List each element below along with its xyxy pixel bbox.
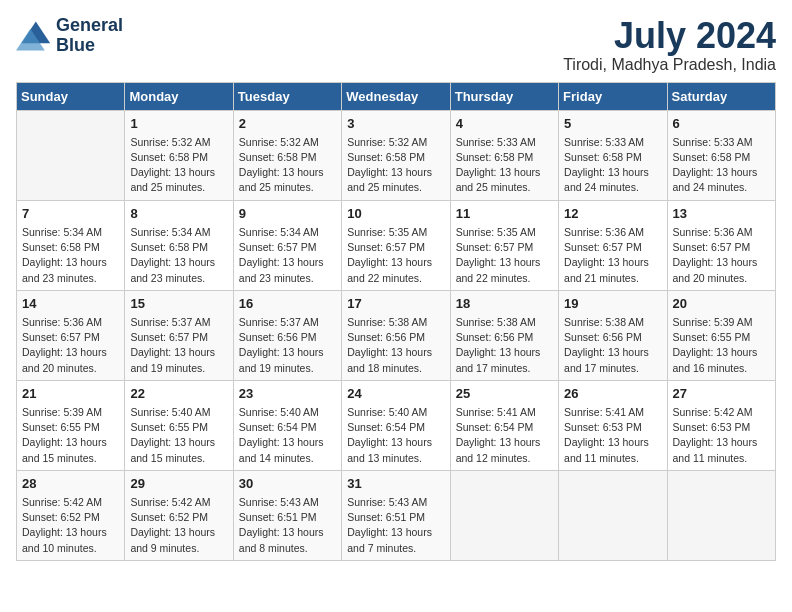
day-info: Sunrise: 5:37 AM Sunset: 6:56 PM Dayligh… — [239, 315, 336, 376]
day-info: Sunrise: 5:33 AM Sunset: 6:58 PM Dayligh… — [456, 135, 553, 196]
day-number: 28 — [22, 475, 119, 493]
calendar-cell: 8Sunrise: 5:34 AM Sunset: 6:58 PM Daylig… — [125, 200, 233, 290]
calendar-cell: 6Sunrise: 5:33 AM Sunset: 6:58 PM Daylig… — [667, 110, 775, 200]
header-cell-wednesday: Wednesday — [342, 82, 450, 110]
calendar-cell — [450, 470, 558, 560]
calendar-week-5: 28Sunrise: 5:42 AM Sunset: 6:52 PM Dayli… — [17, 470, 776, 560]
day-info: Sunrise: 5:40 AM Sunset: 6:54 PM Dayligh… — [347, 405, 444, 466]
calendar-cell: 16Sunrise: 5:37 AM Sunset: 6:56 PM Dayli… — [233, 290, 341, 380]
calendar-cell — [559, 470, 667, 560]
logo-text: General Blue — [56, 16, 123, 56]
header-cell-thursday: Thursday — [450, 82, 558, 110]
calendar-cell: 24Sunrise: 5:40 AM Sunset: 6:54 PM Dayli… — [342, 380, 450, 470]
header-row: SundayMondayTuesdayWednesdayThursdayFrid… — [17, 82, 776, 110]
day-info: Sunrise: 5:37 AM Sunset: 6:57 PM Dayligh… — [130, 315, 227, 376]
header-cell-tuesday: Tuesday — [233, 82, 341, 110]
day-info: Sunrise: 5:34 AM Sunset: 6:57 PM Dayligh… — [239, 225, 336, 286]
day-number: 15 — [130, 295, 227, 313]
day-info: Sunrise: 5:38 AM Sunset: 6:56 PM Dayligh… — [456, 315, 553, 376]
day-info: Sunrise: 5:39 AM Sunset: 6:55 PM Dayligh… — [673, 315, 770, 376]
day-info: Sunrise: 5:41 AM Sunset: 6:53 PM Dayligh… — [564, 405, 661, 466]
calendar-cell: 18Sunrise: 5:38 AM Sunset: 6:56 PM Dayli… — [450, 290, 558, 380]
day-number: 23 — [239, 385, 336, 403]
calendar-table: SundayMondayTuesdayWednesdayThursdayFrid… — [16, 82, 776, 561]
calendar-cell: 21Sunrise: 5:39 AM Sunset: 6:55 PM Dayli… — [17, 380, 125, 470]
calendar-cell: 22Sunrise: 5:40 AM Sunset: 6:55 PM Dayli… — [125, 380, 233, 470]
day-number: 10 — [347, 205, 444, 223]
day-number: 13 — [673, 205, 770, 223]
calendar-cell: 12Sunrise: 5:36 AM Sunset: 6:57 PM Dayli… — [559, 200, 667, 290]
day-info: Sunrise: 5:36 AM Sunset: 6:57 PM Dayligh… — [22, 315, 119, 376]
day-number: 11 — [456, 205, 553, 223]
day-number: 24 — [347, 385, 444, 403]
header-cell-monday: Monday — [125, 82, 233, 110]
calendar-cell: 20Sunrise: 5:39 AM Sunset: 6:55 PM Dayli… — [667, 290, 775, 380]
calendar-cell — [17, 110, 125, 200]
day-number: 12 — [564, 205, 661, 223]
calendar-cell: 14Sunrise: 5:36 AM Sunset: 6:57 PM Dayli… — [17, 290, 125, 380]
day-number: 30 — [239, 475, 336, 493]
logo-icon — [16, 18, 52, 54]
day-number: 21 — [22, 385, 119, 403]
day-number: 26 — [564, 385, 661, 403]
calendar-week-4: 21Sunrise: 5:39 AM Sunset: 6:55 PM Dayli… — [17, 380, 776, 470]
calendar-title: July 2024 — [563, 16, 776, 56]
day-info: Sunrise: 5:35 AM Sunset: 6:57 PM Dayligh… — [347, 225, 444, 286]
day-info: Sunrise: 5:34 AM Sunset: 6:58 PM Dayligh… — [22, 225, 119, 286]
calendar-cell: 31Sunrise: 5:43 AM Sunset: 6:51 PM Dayli… — [342, 470, 450, 560]
day-info: Sunrise: 5:43 AM Sunset: 6:51 PM Dayligh… — [239, 495, 336, 556]
day-info: Sunrise: 5:33 AM Sunset: 6:58 PM Dayligh… — [564, 135, 661, 196]
calendar-cell: 19Sunrise: 5:38 AM Sunset: 6:56 PM Dayli… — [559, 290, 667, 380]
calendar-cell: 9Sunrise: 5:34 AM Sunset: 6:57 PM Daylig… — [233, 200, 341, 290]
calendar-week-2: 7Sunrise: 5:34 AM Sunset: 6:58 PM Daylig… — [17, 200, 776, 290]
calendar-week-3: 14Sunrise: 5:36 AM Sunset: 6:57 PM Dayli… — [17, 290, 776, 380]
day-info: Sunrise: 5:40 AM Sunset: 6:55 PM Dayligh… — [130, 405, 227, 466]
calendar-cell: 27Sunrise: 5:42 AM Sunset: 6:53 PM Dayli… — [667, 380, 775, 470]
page-header: General Blue July 2024 Tirodi, Madhya Pr… — [16, 16, 776, 74]
calendar-cell: 17Sunrise: 5:38 AM Sunset: 6:56 PM Dayli… — [342, 290, 450, 380]
calendar-cell: 28Sunrise: 5:42 AM Sunset: 6:52 PM Dayli… — [17, 470, 125, 560]
day-info: Sunrise: 5:32 AM Sunset: 6:58 PM Dayligh… — [239, 135, 336, 196]
day-number: 5 — [564, 115, 661, 133]
title-block: July 2024 Tirodi, Madhya Pradesh, India — [563, 16, 776, 74]
day-info: Sunrise: 5:43 AM Sunset: 6:51 PM Dayligh… — [347, 495, 444, 556]
day-number: 19 — [564, 295, 661, 313]
calendar-cell: 3Sunrise: 5:32 AM Sunset: 6:58 PM Daylig… — [342, 110, 450, 200]
logo: General Blue — [16, 16, 123, 56]
day-info: Sunrise: 5:42 AM Sunset: 6:52 PM Dayligh… — [22, 495, 119, 556]
day-number: 8 — [130, 205, 227, 223]
day-info: Sunrise: 5:38 AM Sunset: 6:56 PM Dayligh… — [347, 315, 444, 376]
day-number: 2 — [239, 115, 336, 133]
calendar-cell: 13Sunrise: 5:36 AM Sunset: 6:57 PM Dayli… — [667, 200, 775, 290]
day-info: Sunrise: 5:39 AM Sunset: 6:55 PM Dayligh… — [22, 405, 119, 466]
day-number: 6 — [673, 115, 770, 133]
day-number: 22 — [130, 385, 227, 403]
header-cell-sunday: Sunday — [17, 82, 125, 110]
day-info: Sunrise: 5:36 AM Sunset: 6:57 PM Dayligh… — [564, 225, 661, 286]
calendar-cell: 15Sunrise: 5:37 AM Sunset: 6:57 PM Dayli… — [125, 290, 233, 380]
calendar-cell: 29Sunrise: 5:42 AM Sunset: 6:52 PM Dayli… — [125, 470, 233, 560]
day-info: Sunrise: 5:36 AM Sunset: 6:57 PM Dayligh… — [673, 225, 770, 286]
calendar-cell: 7Sunrise: 5:34 AM Sunset: 6:58 PM Daylig… — [17, 200, 125, 290]
logo-line2: Blue — [56, 36, 123, 56]
logo-line1: General — [56, 16, 123, 36]
calendar-cell — [667, 470, 775, 560]
day-info: Sunrise: 5:35 AM Sunset: 6:57 PM Dayligh… — [456, 225, 553, 286]
day-number: 7 — [22, 205, 119, 223]
day-number: 16 — [239, 295, 336, 313]
day-number: 29 — [130, 475, 227, 493]
day-number: 20 — [673, 295, 770, 313]
calendar-cell: 2Sunrise: 5:32 AM Sunset: 6:58 PM Daylig… — [233, 110, 341, 200]
day-number: 27 — [673, 385, 770, 403]
day-info: Sunrise: 5:42 AM Sunset: 6:53 PM Dayligh… — [673, 405, 770, 466]
calendar-subtitle: Tirodi, Madhya Pradesh, India — [563, 56, 776, 74]
calendar-cell: 11Sunrise: 5:35 AM Sunset: 6:57 PM Dayli… — [450, 200, 558, 290]
day-info: Sunrise: 5:41 AM Sunset: 6:54 PM Dayligh… — [456, 405, 553, 466]
day-info: Sunrise: 5:32 AM Sunset: 6:58 PM Dayligh… — [347, 135, 444, 196]
day-number: 9 — [239, 205, 336, 223]
day-number: 1 — [130, 115, 227, 133]
header-cell-saturday: Saturday — [667, 82, 775, 110]
calendar-cell: 5Sunrise: 5:33 AM Sunset: 6:58 PM Daylig… — [559, 110, 667, 200]
calendar-cell: 25Sunrise: 5:41 AM Sunset: 6:54 PM Dayli… — [450, 380, 558, 470]
day-info: Sunrise: 5:34 AM Sunset: 6:58 PM Dayligh… — [130, 225, 227, 286]
